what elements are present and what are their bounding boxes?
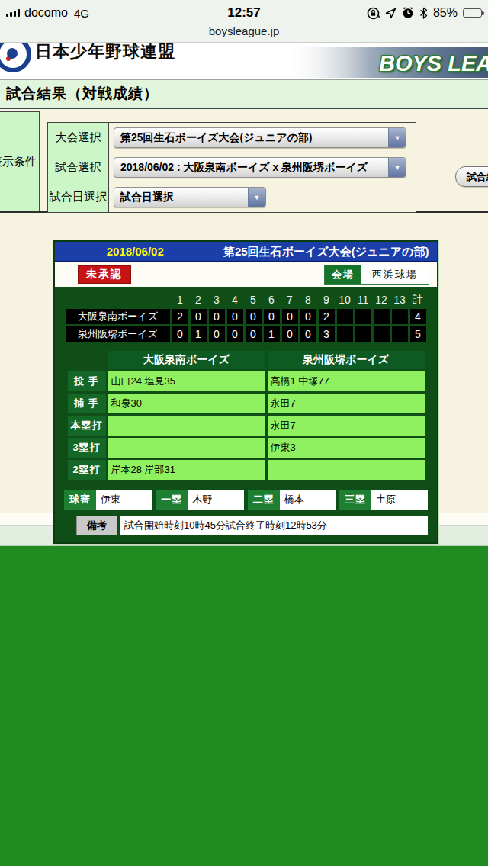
inning-score [392,309,408,324]
tournament-select[interactable]: 第25回生石ボーイズ大会(ジュニアの部) ▼ [114,127,406,148]
total-score: 5 [410,326,426,342]
stat-value [108,438,265,458]
inning-header: 12 [374,293,390,307]
inning-header: 2 [191,293,207,307]
inning-score [355,326,371,342]
inning-score: 0 [191,309,207,324]
inning-header: 8 [300,293,316,307]
inning-score: 1 [191,326,207,342]
inning-score [355,309,371,324]
inning-score: 0 [227,309,243,324]
total-header: 計 [410,293,426,307]
alarm-clock-icon [402,7,414,19]
tournament-name: 第25回生石ボーイズ大会(ジュニアの部) [215,242,437,261]
inning-score [337,309,353,324]
venue-label: 会場 [325,265,361,284]
stats-row-pitcher: 投 手 山口24 塩見35 高橋1 中塚77 [68,371,425,391]
inning-score: 0 [246,326,262,342]
network-type-label: 4G [74,7,89,20]
umpire-home-plate: 球審 伊東 [64,490,152,510]
umpires-row: 球審 伊東 一塁 木野 二塁 橋本 三塁 土原 [64,490,428,510]
inning-score: 0 [282,326,298,342]
filter-form-section: 表示条件 大会選択 第25回生石ボーイズ大会(ジュニアの部) ▼ 試合選択 20… [0,109,488,213]
inning-score: 3 [319,326,335,342]
stats-row-triple: 3塁打 伊東3 [68,438,425,458]
inning-score: 0 [264,309,280,324]
inning-header: 9 [319,293,335,307]
site-header: 日本少年野球連盟 BOYS LEAGUE [0,43,488,79]
inning-score: 0 [209,309,225,324]
inning-score: 0 [246,309,262,324]
game-select-row: 試合選択 2018/06/02 : 大阪泉南ボーイズ x 泉州阪堺ボーイズ ▼ [48,153,416,182]
team-score-row: 泉州阪堺ボーイズ 0 1 0 0 0 1 0 0 3 5 [66,326,426,342]
team-name: 大阪泉南ボーイズ [66,309,170,324]
remarks-row: 備考 試合開始時刻10時45分試合終了時刻12時53分 [76,516,428,535]
stats-row-catcher: 捕 手 和泉30 永田7 [68,394,425,413]
inning-score: 2 [172,309,188,324]
umpire-name: 橋本 [280,490,336,510]
umpire-name: 伊東 [96,490,152,510]
stat-value: 岸本28 岸部31 [108,460,265,480]
inning-header: 6 [264,293,280,307]
game-date: 2018/06/02 [55,242,215,261]
inning-header: 5 [246,293,262,307]
browser-url-bar[interactable]: boysleague.jp [0,23,488,43]
venue-name: 西浜球場 [361,265,429,284]
umpire-third-base: 三塁 土原 [339,490,428,510]
venue-box: 会場 西浜球場 [324,265,429,285]
org-name: 日本少年野球連盟 [35,43,175,63]
inning-score [374,309,390,324]
inning-score: 0 [282,309,298,324]
page-title-bar: 試合結果（対戦成績） [0,79,488,109]
main-content: 表示条件 大会選択 第25回生石ボーイズ大会(ジュニアの部) ▼ 試合選択 20… [0,109,488,513]
url-text: boysleague.jp [209,24,280,37]
remarks-label: 備考 [76,516,117,535]
filter-form-table: 大会選択 第25回生石ボーイズ大会(ジュニアの部) ▼ 試合選択 2018/06… [47,122,416,213]
inning-header: 10 [337,293,353,307]
inning-header: 7 [282,293,298,307]
inning-score: 0 [300,326,316,342]
stat-value: 永田7 [268,394,425,413]
stats-header-spacer [68,351,106,369]
stats-team-header: 泉州阪堺ボーイズ [268,351,425,369]
team-stats-table: 大阪泉南ボーイズ 泉州阪堺ボーイズ 投 手 山口24 塩見35 高橋1 中塚77… [66,349,427,482]
inning-header: 13 [392,293,408,307]
scoreboard-section: 1 2 3 4 5 6 7 8 9 10 11 12 13 計 大阪泉南ボーイズ [55,287,437,542]
inning-score: 0 [227,326,243,342]
gamedate-select[interactable]: 試合日選択 ▼ [114,187,266,207]
umpire-name: 土原 [371,490,428,510]
header-photo-banner: BOYS LEAGUE [294,47,488,78]
location-arrow-icon [385,8,396,19]
signal-strength-icon [6,9,20,17]
team-name: 泉州阪堺ボーイズ [66,326,170,342]
carrier-label: docomo [24,6,68,20]
score-header-spacer [66,293,170,307]
total-score: 4 [410,309,426,324]
innings-scoreboard: 1 2 3 4 5 6 7 8 9 10 11 12 13 計 大阪泉南ボーイズ [64,291,429,344]
game-select-label: 試合選択 [48,153,109,182]
gamedate-select-row: 試合日選択 試合日選択 ▼ [48,182,416,212]
show-results-button[interactable]: 試合結果表示 [455,166,488,187]
inning-score: 0 [209,326,225,342]
stat-value: 山口24 塩見35 [108,371,265,391]
inning-score [392,326,408,342]
page-title: 試合結果（対戦成績） [6,84,159,104]
chevron-down-icon: ▼ [388,158,406,177]
result-subheader: 未承認 会場 西浜球場 [55,262,437,287]
rotation-lock-icon [367,7,380,20]
filter-section-label-cell: 表示条件 [0,111,40,211]
chevron-down-icon: ▼ [388,128,406,147]
tournament-select-row: 大会選択 第25回生石ボーイズ大会(ジュニアの部) ▼ [48,123,416,153]
game-select[interactable]: 2018/06/02 : 大阪泉南ボーイズ x 泉州阪堺ボーイズ ▼ [114,157,406,178]
league-logo[interactable] [0,43,31,72]
battery-icon [463,8,482,18]
boys-league-banner-text: BOYS LEAGUE [379,51,488,76]
inning-header: 3 [209,293,225,307]
filter-section-label: 表示条件 [0,155,37,169]
stats-header-row: 大阪泉南ボーイズ 泉州阪堺ボーイズ [68,351,425,369]
stat-value: 永田7 [268,416,425,436]
remarks-value: 試合開始時刻10時45分試合終了時刻12時53分 [120,516,428,535]
battery-percent-label: 85% [433,6,458,20]
tournament-select-label: 大会選択 [48,123,109,153]
status-bar: docomo 4G 12:57 85% [0,0,488,23]
